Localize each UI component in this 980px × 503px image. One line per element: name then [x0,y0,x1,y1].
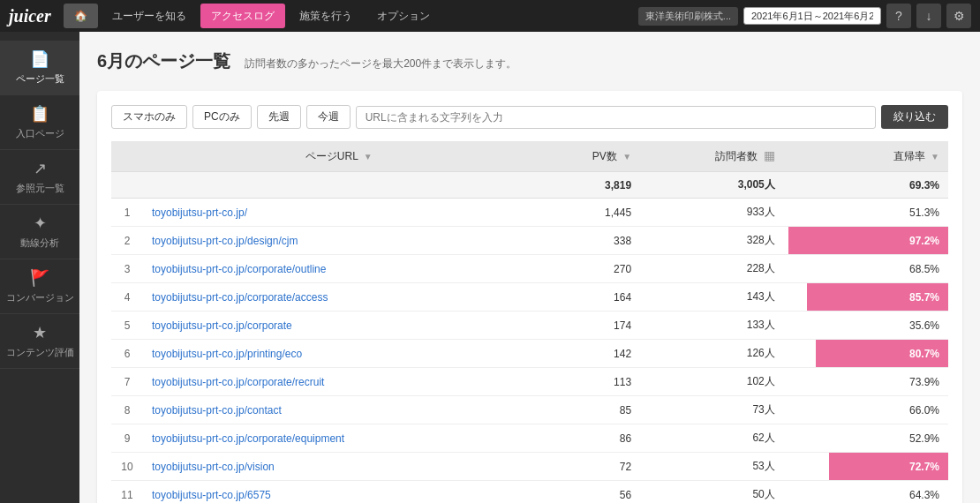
pv-cell: 1,445 [534,199,640,227]
visitors-header: 訪問者数 ▦ [640,141,784,172]
pv-sort-icon[interactable]: ▼ [622,152,631,161]
rank-cell: 9 [111,424,143,453]
bounce-cell: 72.7% [784,453,948,481]
sidebar-item-referrer[interactable]: ↗ 参照元一覧 [0,150,79,205]
url-sort-icon[interactable]: ▼ [364,152,373,161]
bounce-value: 97.2% [909,235,939,247]
pv-cell: 142 [534,340,640,368]
url-cell: toyobijutsu-prt-co.jp/corporate/equipmen… [143,424,534,453]
nav-users-button[interactable]: ユーザーを知る [102,4,197,28]
bounce-value: 72.7% [909,461,939,473]
nav-options-button[interactable]: オプション [366,4,441,28]
filter-pc-button[interactable]: PCのみ [192,105,252,129]
url-header: ページURL ▼ [143,141,534,172]
bounce-cell: 35.6% [784,312,948,340]
url-link[interactable]: toyobijutsu-prt-co.jp/corporate/access [152,291,328,304]
bounce-cell: 97.2% [784,227,948,255]
table-row: 8toyobijutsu-prt-co.jp/contact8573人66.0% [111,396,948,424]
bounce-value: 68.5% [909,263,939,275]
rank-cell: 2 [111,227,143,255]
sidebar-item-flow[interactable]: ✦ 動線分析 [0,205,79,259]
bounce-cell: 52.9% [784,424,948,453]
bounce-value: 73.9% [909,376,939,388]
url-link[interactable]: toyobijutsu-prt-co.jp/vision [152,461,275,473]
settings-button[interactable]: ⚙ [946,4,971,28]
rank-cell: 11 [111,481,143,504]
search-filter-button[interactable]: 絞り込む [881,105,948,129]
bounce-cell: 64.3% [784,481,948,504]
sidebar-item-content[interactable]: ★ コンテンツ評価 [0,314,79,369]
url-link[interactable]: toyobijutsu-prt-co.jp/corporate [152,319,292,332]
sidebar-item-referrer-label: 参照元一覧 [16,182,64,195]
filter-smartphone-button[interactable]: スマホのみ [111,105,187,129]
nav-measures-button[interactable]: 施策を行う [289,4,363,28]
bounce-value: 85.7% [909,291,939,304]
url-link[interactable]: toyobijutsu-prt-co.jp/6575 [152,489,271,501]
referrer-icon: ↗ [34,159,47,178]
table-row: 5toyobijutsu-prt-co.jp/corporate174133人3… [111,312,948,340]
url-cell: toyobijutsu-prt-co.jp/contact [143,396,534,424]
filter-current-button[interactable]: 今週 [306,105,351,129]
url-link[interactable]: toyobijutsu-prt-co.jp/printing/eco [152,348,302,360]
url-cell: toyobijutsu-prt-co.jp/corporate/access [143,283,534,312]
download-button[interactable]: ↓ [916,4,941,28]
help-button[interactable]: ? [886,4,911,28]
main-card: スマホのみ PCのみ 先週 今週 絞り込む ページURL ▼ [97,91,962,503]
rank-cell: 3 [111,255,143,283]
page-header: 6月のページ一覧 訪問者数の多かったページを最大200件まで表示します。 [97,49,962,73]
sidebar-item-flow-label: 動線分析 [20,236,59,250]
visitors-cell: 62人 [640,424,784,453]
nav-home-button[interactable]: 🏠 [64,4,98,28]
table-row: 11toyobijutsu-prt-co.jp/65755650人64.3% [111,481,948,504]
table-row: 10toyobijutsu-prt-co.jp/vision7253人72.7% [111,453,948,481]
url-cell: toyobijutsu-prt-co.jp/corporate/outline [143,255,534,283]
company-name: 東洋美術印刷株式... [638,7,738,26]
url-cell: toyobijutsu-prt-co.jp/6575 [143,481,534,504]
date-range-input[interactable] [743,7,881,25]
bounce-value: 51.3% [909,206,939,219]
url-link[interactable]: toyobijutsu-prt-co.jp/contact [152,404,282,417]
bounce-cell: 51.3% [784,199,948,227]
pv-cell: 56 [534,481,640,504]
sidebar-item-pages-label: ページ一覧 [16,72,64,86]
sidebar-item-conversion[interactable]: 🚩 コンバージョン [0,259,79,314]
bounce-value: 52.9% [909,432,939,445]
summary-visitors: 3,005人 [640,172,784,199]
sidebar-item-content-label: コンテンツ評価 [6,346,74,359]
url-link[interactable]: toyobijutsu-prt-co.jp/corporate/outline [152,263,326,275]
url-link[interactable]: toyobijutsu-prt-co.jp/corporate/recruit [152,376,324,388]
main-content: 6月のページ一覧 訪問者数の多かったページを最大200件まで表示します。 スマホ… [79,32,980,503]
bounce-cell: 68.5% [784,255,948,283]
visitors-cell: 143人 [640,283,784,312]
visitors-cell: 53人 [640,453,784,481]
url-link[interactable]: toyobijutsu-prt-co.jp/design/cjm [152,235,298,247]
visitors-cell: 133人 [640,312,784,340]
app-logo: juicer [9,6,51,26]
entry-icon: 📋 [30,104,49,124]
bounce-sort-icon[interactable]: ▼ [931,152,939,161]
bounce-value: 64.3% [909,489,939,501]
sidebar-item-entry[interactable]: 📋 入口ページ [0,95,79,150]
visitors-cell: 933人 [640,199,784,227]
visitors-cell: 328人 [640,227,784,255]
visitors-sort-icon[interactable]: ▦ [764,148,775,162]
filter-row: スマホのみ PCのみ 先週 今週 絞り込む [111,105,948,129]
sidebar-item-pages[interactable]: 📄 ページ一覧 [0,41,79,95]
top-nav: juicer 🏠 ユーザーを知る アクセスログ 施策を行う オプション 東洋美術… [0,0,980,32]
bounce-cell: 66.0% [784,396,948,424]
table-row: 1toyobijutsu-prt-co.jp/1,445933人51.3% [111,199,948,227]
nav-access-button[interactable]: アクセスログ [200,4,285,28]
table-header-row: ページURL ▼ PV数 ▼ 訪問者数 ▦ 直帰率 [111,141,948,172]
table-row: 6toyobijutsu-prt-co.jp/printing/eco14212… [111,340,948,368]
url-filter-input[interactable] [356,106,876,129]
url-cell: toyobijutsu-prt-co.jp/design/cjm [143,227,534,255]
pv-cell: 338 [534,227,640,255]
url-link[interactable]: toyobijutsu-prt-co.jp/corporate/equipmen… [152,432,344,445]
url-link[interactable]: toyobijutsu-prt-co.jp/ [152,206,247,219]
url-cell: toyobijutsu-prt-co.jp/ [143,199,534,227]
filter-prev-button[interactable]: 先週 [257,105,301,129]
visitors-cell: 126人 [640,340,784,368]
layout: 📄 ページ一覧 📋 入口ページ ↗ 参照元一覧 ✦ 動線分析 🚩 コンバージョン… [0,32,980,503]
pv-cell: 113 [534,368,640,396]
sidebar-item-conversion-label: コンバージョン [6,291,74,304]
